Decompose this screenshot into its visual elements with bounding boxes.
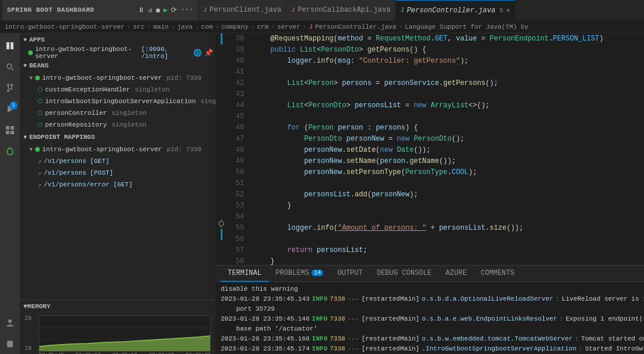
- gutter-56: [216, 185, 227, 193]
- tab-label: PersonClient.java: [210, 6, 281, 14]
- tab-problems[interactable]: PROBLEMS 14: [269, 266, 331, 282]
- svg-rect-0: [6, 42, 9, 49]
- tab-debug-console[interactable]: DEBUG CONSOLE: [369, 266, 439, 282]
- gutter-62: [216, 240, 227, 249]
- memory-y-axis: 20 10: [25, 315, 32, 352]
- svg-point-4: [7, 84, 9, 86]
- refresh-icon[interactable]: ⟳: [171, 6, 177, 15]
- gutter-54: [216, 168, 227, 176]
- bean-item[interactable]: ⬡ customExceptionHandler singleton: [20, 84, 215, 96]
- terminal-line: port 35729: [221, 304, 639, 314]
- problems-badge: 14: [311, 270, 323, 276]
- tab-comments[interactable]: COMMENTS: [474, 266, 522, 282]
- bean-name: personRepository: [45, 121, 107, 128]
- code-line-57: return personsList;: [254, 245, 644, 256]
- chevron-down-icon: ▼: [29, 147, 33, 153]
- bean-item[interactable]: ⬡ introGwtbootSpringbootServerApplicatio…: [20, 96, 215, 107]
- globe-icon[interactable]: 🌐: [193, 49, 202, 57]
- explorer-icon[interactable]: [0, 36, 20, 56]
- svg-rect-9: [11, 126, 14, 130]
- pause-icon[interactable]: ⏸: [138, 6, 145, 15]
- code-editor[interactable]: 38 39 40 41 42 43 44 45 46 47 48 49 50 5…: [216, 33, 644, 265]
- status-dot: [28, 50, 33, 55]
- editor-tab-bar: SPRING BOOT DASHBOARD ⏸ ↺ ◼ ▶ ⟳ ··· J Pe…: [0, 0, 644, 21]
- code-line-50: personNew.setPersonType(PersonType.COOL)…: [254, 167, 644, 178]
- more-icon[interactable]: ···: [180, 6, 193, 15]
- bean-name: personController: [45, 110, 107, 117]
- svg-rect-1: [11, 42, 13, 49]
- gutter-39: [216, 45, 227, 53]
- svg-rect-8: [6, 126, 9, 130]
- search-icon[interactable]: [0, 57, 20, 77]
- extensions-icon[interactable]: [0, 120, 20, 140]
- bean-icon: ⬡: [37, 86, 43, 93]
- gutter-42: [216, 69, 227, 77]
- code-line-39: public List<PersonDto> getPersons() {: [254, 45, 644, 56]
- activity-bar: 1: [0, 33, 20, 354]
- status-dot: [35, 76, 40, 80]
- endpoint-item[interactable]: ↗ /v1/persons [POST]: [20, 167, 215, 179]
- endpoint-item[interactable]: ↗ /v1/persons [GET]: [20, 155, 215, 167]
- close-tab-icon[interactable]: ✕: [506, 6, 511, 14]
- tab-terminal[interactable]: TERMINAL: [221, 266, 269, 282]
- endpoint-item[interactable]: ↗ /v1/persons/error [GET]: [20, 179, 215, 190]
- gutter-57: [216, 193, 227, 201]
- java-icon: J: [291, 7, 294, 13]
- code-line-44: List<PersonDto> personsList = new ArrayL…: [254, 100, 644, 111]
- app-url: [:9090, /intro]: [141, 46, 191, 60]
- gutter-47: [216, 111, 227, 119]
- code-line-58: }: [254, 256, 644, 265]
- chevron-down-icon: ▼: [23, 134, 27, 141]
- editor-area: 38 39 40 41 42 43 44 45 46 47 48 49 50 5…: [216, 33, 644, 354]
- bean-item[interactable]: ⬡ personRepository singleton: [20, 119, 215, 131]
- gutter-58: [216, 201, 227, 209]
- gutter-45: [216, 94, 227, 102]
- endpoint-icon: ↗: [37, 181, 42, 189]
- spring-icon[interactable]: [0, 141, 20, 161]
- code-line-55: logger.info("Amount of persons: " + pers…: [254, 223, 644, 234]
- gutter-49: [216, 127, 227, 135]
- java-icon: J: [203, 7, 207, 13]
- apps-section: ▼ APPS intro-gwtboot-springboot-server […: [20, 33, 215, 59]
- endpoints-section-header[interactable]: ▼ ENDPOINT MAPPINGS: [20, 131, 215, 144]
- beans-server-name: intro-gwtboot-springboot-server: [42, 74, 162, 81]
- pin-icon[interactable]: 📌: [204, 49, 213, 57]
- memory-label: MEMORY: [28, 303, 51, 310]
- tab-person-callback[interactable]: J PersonCallbackApi.java: [286, 0, 395, 21]
- bean-item[interactable]: ⬡ personController singleton: [20, 107, 215, 119]
- git-gutter: [216, 33, 227, 265]
- tab-person-client[interactable]: J PersonClient.java: [198, 0, 286, 21]
- stop-icon[interactable]: ◼: [156, 6, 160, 15]
- apps-section-header[interactable]: ▼ APPS: [20, 33, 215, 46]
- debug-icon[interactable]: 1: [0, 99, 20, 119]
- beans-section-header[interactable]: ▼ BEANS: [20, 59, 215, 72]
- run-icon[interactable]: ▶: [163, 6, 167, 15]
- endpoint-path: /v1/persons/error [GET]: [44, 181, 133, 188]
- gutter-52: [216, 152, 227, 160]
- memory-header[interactable]: ▼ MEMORY: [20, 300, 215, 313]
- code-line-42: List<Person> persons = personService.get…: [254, 78, 644, 89]
- source-control-icon[interactable]: [0, 78, 20, 98]
- tab-output[interactable]: OUTPUT: [330, 266, 369, 282]
- tab-azure[interactable]: AZURE: [439, 266, 474, 282]
- app-item[interactable]: intro-gwtboot-springboot-server [:9090, …: [20, 46, 215, 59]
- gutter-41: [216, 61, 227, 69]
- restart-icon[interactable]: ↺: [148, 6, 152, 15]
- bean-icon: ⬡: [37, 98, 43, 105]
- gutter-63: [216, 249, 227, 257]
- svg-point-6: [7, 90, 9, 92]
- code-line-51: [254, 178, 644, 189]
- code-content[interactable]: @RequestMapping(method = RequestMethod.G…: [249, 33, 644, 265]
- beans-server-item[interactable]: ▼ intro-gwtboot-springboot-server pid: 7…: [20, 72, 215, 84]
- endpoints-server-name: intro-gwtboot-springboot-server: [42, 146, 162, 153]
- bean-type: singleton: [200, 98, 216, 105]
- accounts-icon[interactable]: [0, 313, 20, 333]
- code-line-41: [254, 67, 644, 78]
- gutter-61: [216, 229, 227, 240]
- code-line-48: personNew.setDate(new Date());: [254, 145, 644, 156]
- bean-icon: ⬡: [37, 110, 43, 117]
- endpoints-server-item[interactable]: ▼ intro-gwtboot-springboot-server pid: 7…: [20, 144, 215, 155]
- settings-icon[interactable]: [0, 334, 20, 354]
- terminal-tabs: TERMINAL PROBLEMS 14 OUTPUT DEBUG CONSOL…: [216, 266, 644, 282]
- tab-person-controller[interactable]: J PersonController.java 5 ✕: [396, 0, 515, 21]
